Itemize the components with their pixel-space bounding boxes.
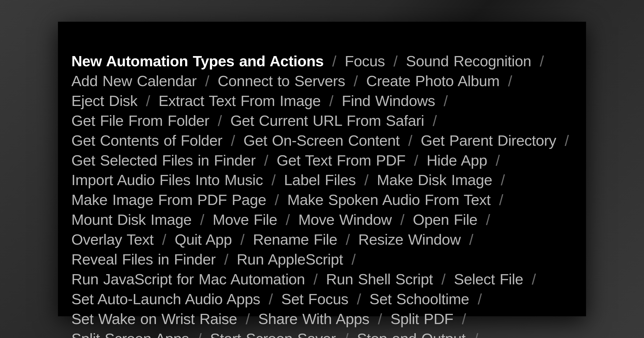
- action-item: Make Image From PDF Page: [71, 191, 266, 208]
- action-item: Split PDF: [390, 310, 453, 327]
- separator: /: [439, 92, 448, 109]
- separator: /: [373, 310, 387, 327]
- action-item: Quit App: [175, 231, 232, 248]
- action-item: Run Shell Script: [326, 271, 433, 288]
- separator: /: [360, 171, 373, 188]
- action-item: Get File From Folder: [71, 112, 209, 129]
- separator: /: [527, 271, 536, 288]
- separator: /: [213, 112, 227, 129]
- separator: /: [469, 330, 478, 338]
- separator: /: [281, 211, 295, 228]
- separator: /: [327, 53, 341, 69]
- separator: /: [347, 251, 356, 268]
- separator: /: [259, 152, 273, 169]
- action-item: Hide App: [427, 152, 487, 169]
- separator: /: [403, 132, 417, 149]
- action-item: Set Wake on Wrist Raise: [71, 310, 237, 327]
- action-item: Select File: [454, 271, 523, 288]
- action-item: Get Current URL From Safari: [230, 112, 424, 129]
- action-item: Find Windows: [342, 92, 435, 109]
- action-item: Move File: [213, 211, 277, 228]
- separator: /: [535, 53, 544, 69]
- action-item: Mount Disk Image: [71, 211, 192, 228]
- action-item: Rename File: [253, 231, 337, 248]
- separator: /: [270, 191, 284, 208]
- action-item: Set Auto-Launch Audio Apps: [71, 291, 260, 307]
- separator: /: [264, 291, 278, 307]
- separator: /: [352, 291, 366, 307]
- slide-panel: New Automation Types and Actions / Focus…: [58, 22, 586, 316]
- action-item: Get On-Screen Content: [243, 132, 400, 149]
- action-item: Share With Apps: [258, 310, 369, 327]
- separator: /: [457, 310, 466, 327]
- separator: /: [491, 152, 500, 169]
- separator: /: [193, 330, 206, 338]
- separator: /: [341, 231, 355, 248]
- action-item: Split Screen Apps: [71, 330, 189, 338]
- separator: /: [428, 112, 437, 129]
- separator: /: [464, 231, 473, 248]
- action-item: Extract Text From Image: [159, 92, 321, 109]
- action-item: Open File: [413, 211, 478, 228]
- action-item: Add New Calendar: [71, 72, 197, 89]
- action-item: Make Spoken Audio From Text: [287, 191, 491, 208]
- separator: /: [236, 231, 249, 248]
- action-item: Resize Window: [358, 231, 460, 248]
- action-item: Run JavaScript for Mac Automation: [71, 271, 305, 288]
- action-item: Connect to Servers: [218, 72, 345, 89]
- action-item: Overlay Text: [71, 231, 153, 248]
- separator: /: [503, 72, 512, 89]
- separator: /: [219, 251, 233, 268]
- separator: /: [226, 132, 240, 149]
- separator: /: [494, 191, 503, 208]
- action-item: Move Window: [298, 211, 392, 228]
- action-item: Make Disk Image: [377, 171, 492, 188]
- separator: /: [473, 291, 482, 307]
- action-item: Get Parent Directory: [421, 132, 556, 149]
- separator: /: [324, 92, 338, 109]
- separator: /: [141, 92, 155, 109]
- separator: /: [195, 211, 209, 228]
- action-item: Get Selected Files in Finder: [71, 152, 256, 169]
- action-item: Start Screen Saver: [210, 330, 336, 338]
- separator: /: [309, 271, 322, 288]
- separator: /: [409, 152, 423, 169]
- action-item: Sound Recognition: [406, 53, 531, 69]
- action-item: Import Audio Files Into Music: [71, 171, 263, 188]
- action-item: Run AppleScript: [237, 251, 343, 268]
- action-item: Create Photo Album: [366, 72, 500, 89]
- separator: /: [200, 72, 214, 89]
- action-item: Focus: [345, 53, 385, 69]
- separator: /: [241, 310, 255, 327]
- separator: /: [496, 171, 505, 188]
- action-item: Reveal Files in Finder: [71, 251, 216, 268]
- slide-heading: New Automation Types and Actions: [71, 53, 324, 69]
- action-item: Eject Disk: [71, 92, 137, 109]
- action-item: Set Schooltime: [369, 291, 469, 307]
- separator: /: [437, 271, 450, 288]
- action-item: Get Contents of Folder: [71, 132, 222, 149]
- action-item: Set Focus: [281, 291, 348, 307]
- action-item: Stop and Output: [357, 330, 466, 338]
- separator: /: [560, 132, 569, 149]
- action-item: Label Files: [284, 171, 356, 188]
- separator: /: [389, 53, 402, 69]
- separator: /: [339, 330, 353, 338]
- separator: /: [396, 211, 409, 228]
- action-item: Get Text From PDF: [277, 152, 405, 169]
- separator: /: [349, 72, 363, 89]
- text-flow: New Automation Types and Actions / Focus…: [71, 51, 573, 338]
- separator: /: [481, 211, 490, 228]
- separator: /: [157, 231, 171, 248]
- separator: /: [267, 171, 280, 188]
